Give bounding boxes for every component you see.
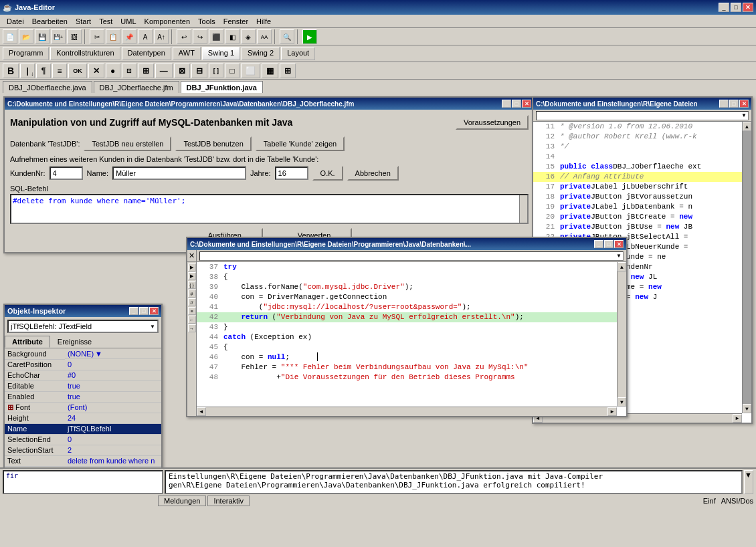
fmt-btn5[interactable]: OK (68, 64, 87, 78)
jahre-input[interactable] (275, 167, 308, 180)
fmt-btn11[interactable]: ⊠ (174, 64, 190, 78)
redo-button[interactable]: ↪ (193, 29, 207, 44)
code2-maximize-button[interactable]: □ (604, 240, 613, 248)
nav-btn-7[interactable]: ← (188, 316, 196, 324)
prop-val-tooltip[interactable]: Geben Sie hier einen eige (65, 466, 161, 467)
file-tab-2[interactable]: DBJ_JOberflaeche.jfm (94, 81, 179, 93)
fmt-btn9[interactable]: ⊞ (138, 64, 154, 78)
fmt-btn16[interactable]: ▦ (262, 64, 278, 78)
minimize-button[interactable]: _ (719, 3, 729, 12)
code1-path-combo[interactable]: ▼ (536, 111, 749, 120)
menu-uml[interactable]: UML (116, 16, 140, 27)
tab-interaktiv[interactable]: Interaktiv (207, 496, 250, 506)
bold-button[interactable]: B (3, 64, 19, 78)
benutzen-button[interactable]: TestJDB benutzen (175, 136, 251, 151)
fmt-btn7[interactable]: ● (106, 64, 120, 78)
tab-kontroll[interactable]: Kontrollstrukturen (50, 47, 120, 60)
tab-attribute[interactable]: Attribute (5, 336, 50, 348)
fmt-btn2[interactable]: |↓ (20, 64, 35, 78)
prop-val-name[interactable]: jTfSQLBefehl (65, 423, 161, 434)
copy-button[interactable]: 📋 (106, 29, 120, 44)
code1-scroll-up[interactable]: ▲ (743, 122, 751, 131)
erstellen-button[interactable]: TestJDB neu erstellen (84, 136, 171, 151)
ok-button[interactable]: O.K. (312, 166, 343, 181)
code2-scroll-right[interactable]: ► (607, 407, 617, 416)
nav-btn-8[interactable]: → (188, 324, 196, 332)
code2-scroll-down[interactable]: ▼ (618, 397, 626, 407)
prop-val-text[interactable]: delete from kunde where n (65, 455, 161, 466)
code1-maximize-button[interactable]: □ (729, 100, 739, 108)
toolbar-btn9[interactable]: A (138, 29, 153, 44)
form-minimize-button[interactable]: _ (502, 100, 511, 108)
save-all-button[interactable]: 💾+ (51, 29, 66, 44)
sql-area[interactable]: #delete from kunde where name='Müller'; (10, 194, 529, 224)
menu-tools[interactable]: Tools (194, 16, 219, 27)
code1-scroll-down[interactable]: ▼ (743, 404, 751, 413)
menu-start[interactable]: Start (72, 16, 95, 27)
tabelle-button[interactable]: Tabelle 'Kunde' zeigen (256, 136, 345, 151)
code1-close-button[interactable]: ✕ (739, 100, 749, 108)
inspector-dropdown[interactable]: jTfSQLBefehl: JTextField ▼ (7, 320, 159, 333)
align-left-button[interactable]: ≡ (52, 64, 67, 78)
inspector-close-button[interactable]: ✕ (149, 307, 159, 315)
nav-btn-6[interactable]: ≡ (188, 307, 196, 315)
fmt-btn6[interactable]: ✕ (88, 64, 104, 78)
code2-close-button[interactable]: ✕ (614, 240, 624, 248)
fmt-btn14[interactable]: □ (225, 64, 240, 78)
tab-datentypen[interactable]: Datentypen (122, 47, 171, 60)
nav-btn-1[interactable]: ▶ (188, 263, 196, 271)
inspector-maximize-button[interactable]: □ (139, 307, 149, 315)
undo-button[interactable]: ↩ (177, 29, 191, 44)
nav-btn-3[interactable]: { } (188, 281, 196, 289)
run-button[interactable]: ▶ (302, 29, 317, 44)
tab-programm[interactable]: Programm (3, 47, 49, 60)
nav-btn-4[interactable]: # (188, 290, 196, 298)
save-button[interactable]: 💾 (35, 29, 50, 44)
prop-val-selend[interactable]: 0 (65, 434, 161, 445)
status-vscroll[interactable]: ▼ (744, 470, 753, 494)
close-button[interactable]: ✕ (743, 3, 753, 12)
code2-minimize-button[interactable]: _ (594, 240, 603, 248)
tab-ereignisse[interactable]: Ereignisse (50, 336, 99, 348)
toolbar-btn16[interactable]: AA (257, 29, 272, 44)
prop-val-font[interactable]: (Font) (65, 402, 161, 413)
kundennr-input[interactable] (50, 167, 83, 180)
code2-path-combo[interactable]: ▼ (199, 251, 624, 261)
code2-scroll-left[interactable]: ◄ (197, 407, 206, 416)
tab-layout[interactable]: Layout (281, 47, 315, 60)
fmt-btn15[interactable]: ⬜ (241, 64, 260, 78)
prop-val-editable[interactable]: true (65, 380, 161, 391)
menu-test[interactable]: Test (95, 16, 116, 27)
form-close-button[interactable]: ✕ (522, 100, 531, 108)
name-input[interactable] (112, 167, 246, 180)
search-button[interactable]: 🔍 (280, 29, 294, 44)
menu-datei[interactable]: Datei (3, 16, 28, 27)
prop-val-caret[interactable]: 0 (65, 359, 161, 370)
nav-btn-2[interactable]: ▶ (188, 272, 196, 280)
cut-button[interactable]: ✂ (90, 29, 104, 44)
new-file-button[interactable]: 📄 (3, 29, 17, 44)
paste-button[interactable]: 📌 (122, 29, 136, 44)
code2-close-strip[interactable]: ✕ (187, 250, 197, 261)
code1-scroll-right[interactable]: ► (733, 414, 742, 423)
prop-val-enabled[interactable]: true (65, 391, 161, 402)
file-tab-3[interactable]: DBJ_JFunktion.java (181, 81, 263, 93)
abbrechen-button[interactable]: Abbrechen (347, 166, 399, 181)
prop-val-background[interactable]: (NONE)▼ (65, 348, 161, 359)
fmt-btn13[interactable]: [ ] (209, 64, 224, 78)
fmt-btn12[interactable]: ⊟ (191, 64, 207, 78)
maximize-button[interactable]: □ (731, 3, 741, 12)
code1-minimize-button[interactable]: _ (719, 100, 729, 108)
toolbar-btn13[interactable]: ⬛ (209, 29, 223, 44)
fmt-btn10[interactable]: — (155, 64, 173, 78)
fmt-btn17[interactable]: ⊞ (280, 64, 296, 78)
toolbar-btn10[interactable]: A↑ (154, 29, 169, 44)
voraussetzungen-button[interactable]: Voraussetzungen (456, 115, 529, 130)
nav-btn-5[interactable]: // (188, 298, 196, 306)
menu-hilfe[interactable]: Hilfe (252, 16, 275, 27)
menu-fenster[interactable]: Fenster (219, 16, 252, 27)
tab-meldungen[interactable]: Meldungen (158, 496, 206, 506)
tab-awt[interactable]: AWT (173, 47, 201, 60)
toolbar-btn15[interactable]: ◈ (241, 29, 256, 44)
fmt-btn3[interactable]: ¶ (36, 64, 51, 78)
